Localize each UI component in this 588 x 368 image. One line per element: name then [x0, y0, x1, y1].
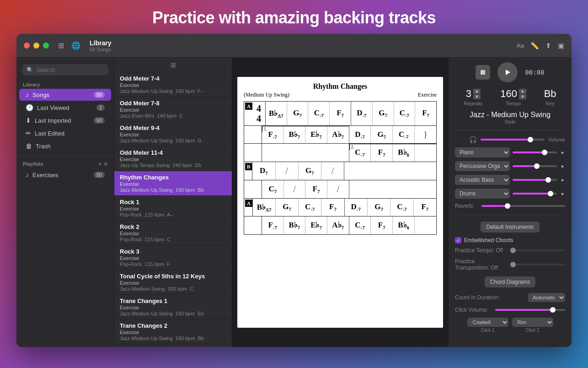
repeats-value: 3: [466, 88, 471, 100]
svg-rect-0: [481, 70, 485, 75]
song-item-odd-meter-114[interactable]: Odd Meter 11-4 Exercise Jazz-Up Tempo Sw…: [114, 146, 232, 171]
svg-marker-1: [506, 70, 510, 75]
headphone-icon[interactable]: 🎧: [469, 136, 477, 143]
song-title: Odd Meter 11-4: [120, 149, 226, 156]
font-size-icon[interactable]: Aa: [517, 42, 524, 49]
sidebar-item-exercises[interactable]: ♪ Exercises 50: [19, 169, 111, 181]
song-meta: Jazz-Medium Up Swing 160 bpm Bb: [120, 336, 226, 341]
click-volume-slider[interactable]: [495, 309, 565, 311]
piano-volume-slider[interactable]: [513, 152, 557, 153]
playlist-options-icon[interactable]: ≡: [104, 160, 107, 168]
title-bar: ⊞ 🌐 Library 50 Songs Aa ✏️ ⬆ ▣: [16, 34, 572, 58]
add-playlist-icon[interactable]: +: [98, 160, 102, 168]
tempo-down[interactable]: ▼: [519, 94, 526, 99]
song-key: C: [179, 113, 183, 119]
chord-diagrams-row: Chord Diagrams: [455, 276, 565, 287]
song-genre: Pop-Rock: [120, 261, 142, 267]
window-subtitle: 50 Songs: [90, 47, 517, 52]
chord-cell: B♭Δ7: [253, 199, 276, 216]
sidebar-item-last-imported[interactable]: ⬇ Last Imported 50: [19, 114, 111, 126]
library-section-label: Library: [16, 80, 114, 88]
tempo-stepper[interactable]: ▲ ▼: [519, 89, 526, 99]
edit-icon[interactable]: ✏️: [530, 42, 539, 50]
chord-cell-empty: [371, 180, 393, 198]
practice-tempo-slider[interactable]: [510, 249, 565, 251]
chord-cell: F7: [415, 102, 436, 125]
section-b-label: B: [245, 163, 252, 170]
play-button[interactable]: [497, 62, 518, 82]
tempo-group: 160 ▲ ▼ Tempo: [500, 88, 526, 106]
embellished-chords-checkbox[interactable]: ✓: [455, 237, 461, 244]
transport-controls: 00:00: [455, 62, 565, 82]
practice-transposition-row: Practice Transposition: Off: [455, 258, 565, 271]
song-item-trane1[interactable]: Trane Changes 1 Exercise Jazz-Medium Up …: [114, 295, 232, 319]
search-input[interactable]: [36, 66, 104, 73]
count-in-select[interactable]: Automatic: [528, 293, 565, 302]
reverb-label: Reverb:: [455, 203, 478, 209]
song-meta: Jazz-Medium Up Swing 160 bpm F–: [120, 88, 226, 94]
reverb-slider[interactable]: [481, 205, 565, 207]
drums-select[interactable]: Drums: [455, 189, 510, 199]
bass-volume-slider[interactable]: [513, 179, 557, 181]
repeats-stepper[interactable]: ▲ ▼: [473, 89, 481, 99]
sidebar-item-songs[interactable]: ♪ Songs 50: [19, 89, 111, 101]
maximize-button[interactable]: [43, 43, 49, 49]
minimize-button[interactable]: [33, 43, 39, 49]
percussive-organ-select[interactable]: Percussive Organ: [455, 161, 510, 171]
click1-select[interactable]: Cowbell: [467, 318, 508, 327]
close-button[interactable]: [24, 43, 30, 49]
practice-transposition-slider[interactable]: [510, 264, 565, 265]
stop-button[interactable]: [476, 65, 490, 80]
share-icon[interactable]: ⬆: [545, 42, 551, 50]
song-item-trane2[interactable]: Trane Changes 2 Exercise Jazz-Medium Up …: [114, 319, 232, 344]
globe-icon[interactable]: 🌐: [71, 41, 80, 50]
divider-2: [455, 215, 565, 215]
acoustic-bass-select[interactable]: Acoustic Bass: [455, 175, 510, 185]
song-title: Trane Changes 2: [120, 322, 226, 329]
main-content: 🔍 Library ♪ Songs 50 🕐 Last Viewed 2 ⬇ L…: [16, 58, 572, 347]
column-split-icon[interactable]: ⊞: [171, 61, 176, 69]
sidebar-item-last-edited[interactable]: ✏ Last Edited: [19, 127, 111, 139]
song-subtitle: Exercise: [120, 305, 226, 310]
sidebar-item-trash[interactable]: 🗑 Trash: [19, 140, 111, 152]
repeats-up[interactable]: ▲: [473, 89, 481, 94]
song-item-tonal-cycle[interactable]: Tonal Cycle of 5ths in 12 Keys Exercise …: [114, 270, 232, 295]
song-title: Rock 1: [120, 199, 226, 206]
piano-select[interactable]: Piano: [455, 147, 510, 157]
song-item-trane3[interactable]: Trane Changes 3: [114, 344, 232, 347]
song-item-rhythm-changes[interactable]: Rhythm Changes Exercise Jazz-Medium Up S…: [114, 171, 232, 196]
sidebar-item-last-viewed[interactable]: 🕐 Last Viewed 2: [19, 102, 111, 114]
default-instruments-button[interactable]: Default Instruments: [481, 222, 539, 233]
song-subtitle: Exercise: [120, 132, 226, 137]
song-item-rock1[interactable]: Rock 1 Exercise Pop-Rock 115 bpm A–: [114, 196, 232, 221]
chord-diagrams-button[interactable]: Chord Diagrams: [485, 276, 535, 287]
tempo-up[interactable]: ▲: [519, 89, 526, 94]
song-item-odd-meter-74[interactable]: Odd Meter 7-4 Exercise Jazz-Medium Up Sw…: [114, 72, 232, 97]
song-item-odd-meter-78[interactable]: Odd Meter 7-8 Exercise Jazz-Even 8ths 14…: [114, 97, 232, 122]
click2-select[interactable]: Rim: [512, 318, 553, 327]
organ-volume-slider[interactable]: [513, 165, 557, 167]
click-volume-row: Click Volume:: [455, 307, 565, 313]
key-label: Key: [546, 101, 555, 106]
params-row: 3 ▲ ▼ Repeats 160 ▲ ▼: [455, 88, 565, 106]
drums-volume-slider[interactable]: [513, 193, 557, 195]
sidebar-toggle-icon[interactable]: ⊞: [58, 41, 64, 50]
volume-slider[interactable]: [481, 139, 545, 141]
score-swing: (Medium Up Swing): [244, 92, 289, 98]
song-item-rock2[interactable]: Rock 2 Exercise Pop-Rock 115 bpm C: [114, 221, 232, 245]
time-display: 00:00: [525, 69, 544, 76]
search-box[interactable]: 🔍: [22, 64, 108, 76]
song-list[interactable]: ⊞ Odd Meter 7-4 Exercise Jazz-Medium Up …: [114, 58, 232, 347]
chord-cell: G7: [287, 102, 309, 125]
song-key: G: [198, 138, 202, 143]
key-value: Bb: [544, 88, 556, 100]
song-item-odd-meter-94[interactable]: Odd Meter 9-4 Exercise Jazz-Medium Up Sw…: [114, 122, 232, 146]
chord-cell: F-7: [262, 216, 284, 234]
style-section: Jazz - Medium Up Swing Style: [455, 111, 565, 124]
song-item-rock3[interactable]: Rock 3 Exercise Pop-Rock 115 bpm F: [114, 245, 232, 270]
panel-toggle-icon[interactable]: ▣: [558, 42, 564, 50]
songs-label: Songs: [32, 92, 90, 98]
last-viewed-label: Last Viewed: [37, 104, 93, 111]
song-meta: Jazz-Medium Swing 100 bpm C: [120, 286, 226, 292]
repeats-down[interactable]: ▼: [473, 94, 481, 99]
